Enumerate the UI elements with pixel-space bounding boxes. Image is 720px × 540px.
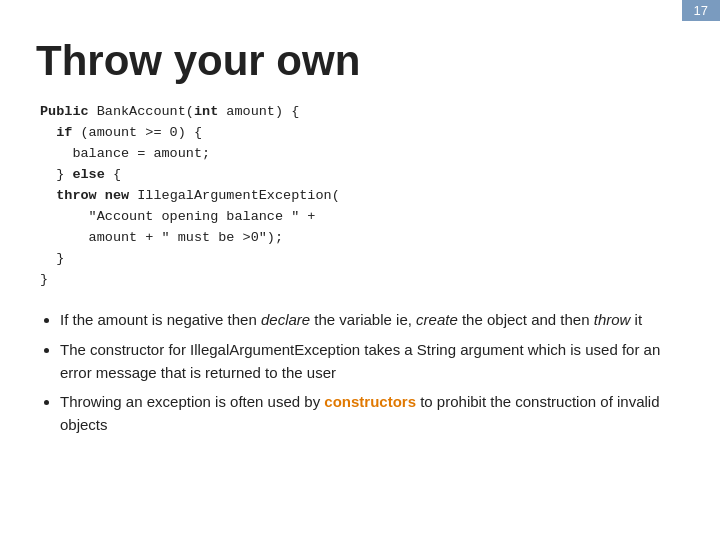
code-block: Public BankAccount(int amount) { if (amo… — [40, 102, 684, 290]
slide-title: Throw your own — [36, 38, 684, 84]
slide: 17 Throw your own Public BankAccount(int… — [0, 0, 720, 540]
bullet-list: If the amount is negative then declare t… — [60, 308, 684, 436]
bullet-2: The constructor for IllegalArgumentExcep… — [60, 338, 684, 385]
bullet-1: If the amount is negative then declare t… — [60, 308, 684, 331]
slide-number: 17 — [682, 0, 720, 21]
bullet-3: Throwing an exception is often used by c… — [60, 390, 684, 437]
